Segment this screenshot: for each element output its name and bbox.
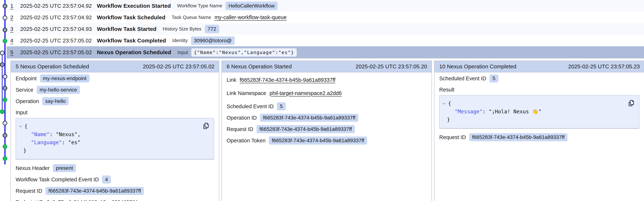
chevron-down-icon[interactable] bbox=[442, 102, 446, 106]
field-label: Scheduled Event ID bbox=[439, 76, 486, 82]
copy-icon[interactable] bbox=[628, 99, 635, 107]
event-attr-label: Identity bbox=[172, 38, 188, 43]
field-link: Link f665283f-743e-4374-b45b-9a61a89337f… bbox=[226, 74, 427, 86]
table-row-event-3[interactable]: 3 2025-02-25 UTC 23:57:04.93 Workflow Ta… bbox=[6, 23, 644, 35]
endpoint-badge: my-nexus-endpoint bbox=[40, 74, 90, 83]
event-id-link[interactable]: 2 bbox=[10, 14, 16, 21]
field-label: Operation ID bbox=[226, 115, 257, 121]
event-name: Nexus Operation Scheduled bbox=[97, 49, 171, 56]
operation-badge: say-hello bbox=[42, 97, 68, 105]
operation-token-badge: f665283f-743e-4374-b45b-9a61a89337ff bbox=[269, 136, 367, 145]
event-id-link[interactable]: 1 bbox=[10, 3, 16, 9]
event-name: Workflow Execution Started bbox=[97, 3, 171, 9]
timeline-dot-scheduled bbox=[3, 121, 7, 125]
field-label: Request ID bbox=[16, 188, 42, 194]
event-history-table: 1 2025-02-25 UTC 23:57:04.92 Workflow Ex… bbox=[6, 0, 644, 58]
event-id-badge: 4 bbox=[102, 175, 111, 183]
panel-header: 6 Nexus Operation Started 2025-02-25 UTC… bbox=[222, 61, 432, 72]
panel-header: 10 Nexus Operation Completed 2025-02-25 … bbox=[434, 61, 644, 72]
field-operation: Operation say-hello bbox=[16, 96, 214, 107]
panel-body: Scheduled Event ID 5 Result { "Message":… bbox=[434, 72, 644, 143]
event-attr-label: Input bbox=[178, 50, 188, 55]
table-row-event-1[interactable]: 1 2025-02-25 UTC 23:57:04.92 Workflow Ex… bbox=[6, 0, 644, 12]
panel-header: 5 Nexus Operation Scheduled 2025-02-25 U… bbox=[11, 61, 219, 72]
panel-body: Link f665283f-743e-4374-b45b-9a61a89337f… bbox=[222, 72, 432, 146]
panel-title: 10 Nexus Operation Completed bbox=[439, 63, 516, 70]
field-label: Workflow Task Completed Event ID bbox=[16, 176, 99, 183]
endpoint-id-link[interactable]: 3c0c75ccfa8144b092c13ce632463761 bbox=[47, 199, 138, 201]
table-row-event-5-selected[interactable]: 5 2025-02-25 UTC 23:57:05.02 Nexus Opera… bbox=[6, 46, 644, 58]
panel-nexus-operation-scheduled: 5 Nexus Operation Scheduled 2025-02-25 U… bbox=[10, 61, 219, 201]
event-name: Workflow Task Started bbox=[97, 26, 156, 32]
scheduled-event-id-badge: 5 bbox=[277, 102, 286, 110]
field-label: Endpoint bbox=[16, 76, 37, 82]
json-close-brace: } bbox=[18, 147, 201, 155]
timeline-dot-started bbox=[3, 86, 7, 90]
panel-timestamp: 2025-02-25 UTC 23:57:05.23 bbox=[568, 63, 640, 70]
field-label: Operation bbox=[16, 98, 39, 104]
panel-timestamp: 2025-02-25 UTC 23:57:05.02 bbox=[143, 63, 214, 70]
json-line: "Name": "Nexus", bbox=[18, 130, 201, 138]
result-json-viewer: { "Message": "¡Hola! Nexus 👋" } bbox=[439, 95, 640, 129]
field-label: Link bbox=[226, 77, 236, 83]
event-name: Workflow Task Scheduled bbox=[97, 14, 166, 21]
panel-nexus-operation-started: 6 Nexus Operation Started 2025-02-25 UTC… bbox=[222, 61, 432, 201]
field-endpoint: Endpoint my-nexus-endpoint bbox=[16, 73, 214, 84]
timeline-dot-completed bbox=[3, 39, 7, 43]
result-label: Result bbox=[439, 85, 640, 94]
event-attr-label: History Size Bytes bbox=[163, 26, 202, 32]
panel-body: Endpoint my-nexus-endpoint Service my-he… bbox=[11, 72, 219, 201]
field-operation-id: Operation ID f665283f-743e-4374-b45b-9a6… bbox=[226, 112, 427, 123]
field-request-id: Request ID f665283f-743e-4374-b45b-9a61a… bbox=[16, 185, 214, 196]
table-row-event-2[interactable]: 2 2025-02-25 UTC 23:57:04.92 Workflow Ta… bbox=[6, 12, 644, 23]
link-link[interactable]: f665283f-743e-4374-b45b-9a61a89337ff bbox=[240, 77, 336, 83]
request-id-badge: f665283f-743e-4374-b45b-9a61a89337ff bbox=[469, 133, 568, 141]
field-label: Scheduled Event ID bbox=[226, 103, 274, 109]
event-time: 2025-02-25 UTC 23:57:04.93 bbox=[20, 26, 97, 32]
event-attr-value-badge: 30960@totoro@ bbox=[191, 36, 235, 45]
event-input-badge: {"Name":"Nexus","Language":"es"} bbox=[191, 48, 297, 57]
timeline-dot-nexus-completed bbox=[0, 110, 4, 114]
timeline-dot-started bbox=[3, 4, 7, 8]
task-queue-link[interactable]: my-caller-workflow-task-queue bbox=[214, 14, 286, 20]
field-request-id: Request ID f665283f-743e-4374-b45b-9a61a… bbox=[226, 123, 427, 135]
timeline-dot-started bbox=[3, 28, 7, 32]
json-open-brace: { bbox=[24, 122, 28, 130]
event-name: Workflow Task Completed bbox=[97, 38, 166, 44]
field-label: Request ID bbox=[439, 134, 466, 140]
operation-id-badge: f665283f-743e-4374-b45b-9a61a89337ff bbox=[260, 114, 358, 122]
field-scheduled-event-id: Scheduled Event ID 5 bbox=[226, 101, 427, 112]
event-attr-value-badge: 772 bbox=[205, 25, 219, 33]
event-time: 2025-02-25 UTC 23:57:04.92 bbox=[20, 14, 97, 21]
link-namespace-link[interactable]: phil-target-namespace2.a2dd6 bbox=[270, 90, 342, 96]
field-operation-token: Operation Token f665283f-743e-4374-b45b-… bbox=[226, 135, 427, 146]
copy-icon[interactable] bbox=[202, 122, 210, 130]
event-time: 2025-02-25 UTC 23:57:05.02 bbox=[20, 49, 97, 56]
field-workflow-task-completed-event-id: Workflow Task Completed Event ID 4 bbox=[16, 174, 214, 185]
field-label: Service bbox=[16, 87, 34, 93]
field-service: Service my-hello-service bbox=[16, 84, 214, 96]
event-group-detail-panels: 5 Nexus Operation Scheduled 2025-02-25 U… bbox=[10, 61, 644, 201]
timeline-dot-scheduled bbox=[3, 75, 7, 79]
field-link-namespace: Link Namespace phil-target-namespace2.a2… bbox=[226, 87, 427, 99]
field-label: Nexus Header bbox=[16, 165, 50, 171]
nexus-header-badge: present bbox=[53, 164, 76, 172]
chevron-down-icon[interactable] bbox=[18, 124, 22, 128]
field-endpoint-id: Endpoint ID 3c0c75ccfa8144b092c13ce63246… bbox=[16, 196, 214, 201]
event-id-link[interactable]: 5 bbox=[10, 49, 16, 56]
json-line: "Language": "es" bbox=[18, 138, 201, 147]
event-id-link[interactable]: 3 bbox=[10, 26, 16, 32]
field-label: Endpoint ID bbox=[16, 199, 44, 201]
event-attr-label: Workflow Type Name bbox=[177, 3, 222, 9]
event-attr-label: Task Queue Name bbox=[172, 15, 211, 20]
timeline-dot-started bbox=[3, 133, 7, 137]
event-id-link[interactable]: 4 bbox=[10, 38, 16, 44]
json-close-brace: } bbox=[442, 116, 626, 124]
panel-title: 5 Nexus Operation Scheduled bbox=[16, 63, 89, 70]
json-open-brace: { bbox=[448, 100, 451, 108]
scheduled-event-id-badge: 5 bbox=[490, 74, 498, 83]
json-line: "Message": "¡Hola! Nexus 👋" bbox=[442, 108, 626, 116]
timeline-dot-completed bbox=[3, 98, 7, 102]
table-row-event-4[interactable]: 4 2025-02-25 UTC 23:57:05.02 Workflow Ta… bbox=[6, 35, 644, 46]
timeline-dot-completed bbox=[3, 145, 7, 149]
